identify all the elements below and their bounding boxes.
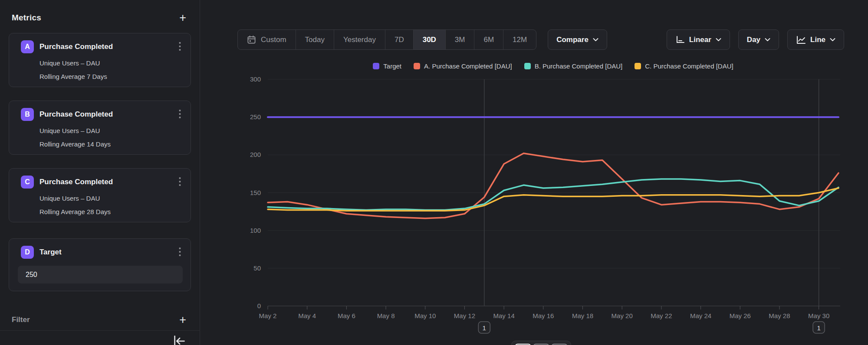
- compare-button[interactable]: Compare: [548, 29, 607, 50]
- axis-icon: [675, 36, 685, 44]
- kebab-menu-icon[interactable]: [177, 246, 183, 259]
- filter-section-header: Filter +: [12, 315, 188, 325]
- metric-transform: Rolling Average 14 Days: [39, 140, 183, 148]
- legend-label: Target: [383, 62, 401, 70]
- line-chart-icon: [796, 36, 806, 44]
- metric-title: Purchase Completed: [39, 110, 177, 119]
- legend-label: A. Purchase Completed [DAU]: [424, 62, 512, 70]
- metric-transform: Rolling Average 7 Days: [39, 73, 183, 80]
- date-range-control: Custom Today Yesterday 7D 30D 3M 6M 12M: [237, 29, 536, 50]
- toolbar-left-group: Custom Today Yesterday 7D 30D 3M 6M 12M …: [237, 29, 607, 50]
- line-chart[interactable]: 050100150200250300May 2May 4May 6May 8Ma…: [200, 56, 868, 345]
- compare-label: Compare: [556, 36, 589, 44]
- metric-card-header: D Target: [21, 246, 183, 259]
- metric-badge-c: C: [21, 176, 34, 189]
- target-card[interactable]: D Target 250: [9, 238, 191, 291]
- chart-legend: Target A. Purchase Completed [DAU] B. Pu…: [268, 62, 838, 70]
- add-metric-button[interactable]: +: [178, 13, 188, 23]
- chart-type-button[interactable]: Line: [787, 29, 844, 50]
- metric-card-b[interactable]: B Purchase Completed Unique Users – DAU …: [9, 101, 191, 155]
- range-today[interactable]: Today: [296, 30, 334, 49]
- add-filter-button[interactable]: +: [178, 315, 188, 325]
- metric-badge-a: A: [21, 40, 34, 53]
- kebab-menu-icon[interactable]: [177, 41, 183, 53]
- chevron-down-icon: [593, 38, 598, 42]
- y-axis-tick-label: 250: [250, 113, 261, 120]
- range-yesterday[interactable]: Yesterday: [334, 30, 385, 49]
- x-axis-tick-label: May 10: [414, 312, 436, 319]
- y-axis-tick-label: 100: [250, 227, 261, 234]
- scale-button[interactable]: Linear: [667, 29, 730, 50]
- x-axis-tick-label: May 16: [533, 312, 554, 319]
- chart-toolbar: Custom Today Yesterday 7D 30D 3M 6M 12M …: [200, 29, 868, 50]
- metric-card-header: B Purchase Completed: [21, 108, 183, 121]
- metric-card-c[interactable]: C Purchase Completed Unique Users – DAU …: [9, 168, 191, 222]
- bottom-chart-toggles: [511, 341, 571, 345]
- target-title: Target: [39, 248, 177, 257]
- chevron-down-icon: [716, 38, 721, 42]
- metrics-header: Metrics +: [12, 13, 188, 23]
- x-axis-tick-label: May 22: [651, 312, 672, 319]
- y-axis-tick-label: 50: [253, 264, 261, 272]
- interval-label: Day: [747, 36, 760, 44]
- y-axis-tick-label: 150: [250, 189, 261, 196]
- metric-card-a[interactable]: A Purchase Completed Unique Users – DAU …: [9, 33, 191, 87]
- x-axis-tick-label: May 4: [298, 312, 316, 319]
- legend-swatch: [414, 63, 420, 69]
- metric-badge-d: D: [21, 246, 34, 259]
- x-axis-tick-label: May 24: [690, 312, 711, 319]
- metric-card-header: A Purchase Completed: [21, 40, 183, 53]
- legend-swatch: [635, 63, 641, 69]
- x-axis-tick-label: May 20: [612, 312, 633, 319]
- x-axis-tick-label: May 8: [377, 312, 395, 319]
- interval-button[interactable]: Day: [738, 29, 779, 50]
- metric-measure: Unique Users – DAU: [39, 127, 183, 134]
- range-custom[interactable]: Custom: [238, 30, 296, 49]
- metric-title: Purchase Completed: [39, 178, 177, 186]
- filter-title: Filter: [12, 316, 30, 324]
- legend-label: B. Purchase Completed [DAU]: [535, 62, 623, 70]
- legend-swatch: [524, 63, 531, 69]
- series-line-3[interactable]: [268, 188, 838, 211]
- legend-item-b[interactable]: B. Purchase Completed [DAU]: [524, 62, 623, 70]
- target-value-input[interactable]: 250: [18, 266, 183, 283]
- x-axis-tick-label: May 18: [572, 312, 593, 319]
- collapse-sidebar-icon[interactable]: [173, 335, 186, 345]
- x-axis-tick-label: May 2: [259, 312, 277, 319]
- kebab-menu-icon[interactable]: [177, 108, 183, 121]
- range-3m[interactable]: 3M: [446, 30, 475, 49]
- y-axis-tick-label: 300: [250, 75, 261, 83]
- chart-type-label: Line: [810, 36, 825, 44]
- legend-swatch: [373, 63, 379, 69]
- range-12m[interactable]: 12M: [503, 30, 536, 49]
- metric-title: Purchase Completed: [39, 42, 177, 51]
- y-axis-tick-label: 200: [250, 151, 261, 158]
- x-axis-tick-label: May 6: [338, 312, 355, 319]
- metrics-sidebar: Metrics + A Purchase Completed Unique Us…: [0, 0, 200, 345]
- metric-badge-b: B: [21, 108, 34, 121]
- kebab-menu-icon[interactable]: [177, 176, 183, 189]
- metric-card-header: C Purchase Completed: [21, 176, 183, 189]
- chevron-down-icon: [765, 38, 770, 42]
- series-line-2[interactable]: [268, 179, 838, 210]
- range-7d[interactable]: 7D: [385, 30, 414, 49]
- y-axis-tick-label: 0: [257, 302, 261, 309]
- metric-transform: Rolling Average 28 Days: [39, 208, 183, 215]
- range-6m[interactable]: 6M: [474, 30, 503, 49]
- annotation-badge-label: 1: [483, 324, 486, 332]
- x-axis-tick-label: May 26: [730, 312, 751, 319]
- chevron-down-icon: [830, 38, 835, 42]
- sidebar-divider: [0, 330, 200, 331]
- x-axis-tick-label: May 28: [769, 312, 790, 319]
- scale-label: Linear: [689, 36, 711, 44]
- range-label: Custom: [261, 36, 286, 44]
- x-axis-tick-label: May 12: [454, 312, 475, 319]
- chart-panel: Custom Today Yesterday 7D 30D 3M 6M 12M …: [200, 0, 868, 345]
- series-line-1[interactable]: [268, 153, 838, 218]
- x-axis-tick-label: May 30: [808, 312, 829, 319]
- legend-item-a[interactable]: A. Purchase Completed [DAU]: [414, 62, 512, 70]
- metrics-title: Metrics: [12, 13, 41, 23]
- range-30d[interactable]: 30D: [414, 30, 446, 49]
- legend-item-c[interactable]: C. Purchase Completed [DAU]: [635, 62, 733, 70]
- legend-item-target[interactable]: Target: [373, 62, 401, 70]
